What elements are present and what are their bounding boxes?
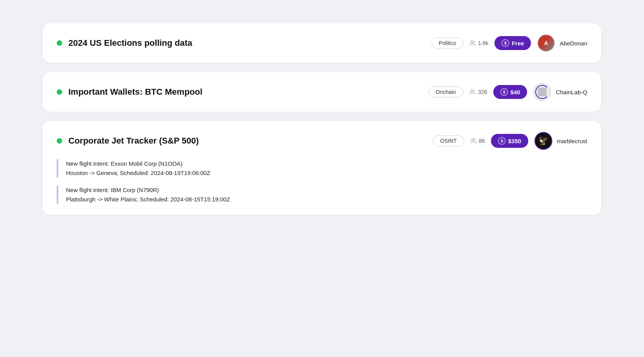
status-dot — [57, 40, 62, 46]
feed-title[interactable]: Corporate Jet Tracker (S&P 500) — [68, 136, 426, 146]
subscriber-number: 1.6k — [478, 40, 488, 46]
dollar-icon: $ — [498, 137, 506, 145]
dollar-icon: $ — [500, 88, 508, 96]
svg-point-2 — [472, 139, 473, 140]
subscriber-number: 326 — [478, 89, 487, 95]
price-label: $40 — [510, 89, 520, 95]
eagle-icon: 🦅 — [538, 136, 548, 146]
notification-item: New flight intent: IBM Corp (N790R) Plat… — [57, 185, 587, 204]
status-dot — [57, 138, 62, 144]
avatar: 🦅 — [534, 132, 552, 150]
notification-line2: Houston -> Geneva; Scheduled: 2024-08-19… — [66, 168, 211, 178]
tag-badge[interactable]: OSINT — [433, 135, 464, 146]
subscribers-count: 326 — [470, 89, 487, 95]
price-badge[interactable]: $ $40 — [493, 85, 527, 99]
card-header: 2024 US Elections polling data Politics … — [57, 34, 587, 52]
tag-badge[interactable]: Onchain — [428, 87, 463, 97]
dollar-icon: $ — [501, 39, 509, 47]
author-name: AbeDonan — [560, 40, 587, 47]
users-icon — [470, 138, 477, 144]
card-header: Corporate Jet Tracker (S&P 500) OSINT 86… — [57, 132, 587, 150]
notification-item: New flight intent: Exxon Mobil Corp (N1O… — [57, 159, 587, 178]
avatar — [533, 83, 551, 101]
notification-content: New flight intent: Exxon Mobil Corp (N1O… — [66, 159, 211, 178]
notification-bar — [57, 185, 58, 204]
tag-badge[interactable]: Politics — [432, 38, 463, 49]
price-label: Free — [512, 40, 524, 47]
users-icon — [470, 40, 476, 46]
author-info[interactable]: ChainLab-Q — [533, 83, 587, 101]
notification-line1: New flight intent: Exxon Mobil Corp (N1O… — [66, 159, 211, 168]
status-dot — [57, 89, 62, 95]
feed-card-elections: 2024 US Elections polling data Politics … — [43, 23, 601, 63]
feed-card-jet: Corporate Jet Tracker (S&P 500) OSINT 86… — [43, 121, 601, 215]
price-badge[interactable]: $ Free — [494, 36, 531, 50]
feed-title[interactable]: 2024 US Elections polling data — [68, 38, 425, 48]
svg-point-0 — [471, 41, 473, 43]
avatar: A — [537, 34, 555, 52]
price-badge[interactable]: $ $350 — [491, 134, 528, 148]
author-info[interactable]: 🦅 marblecrust — [534, 132, 587, 150]
notification-bar — [57, 159, 58, 178]
notification-line2: Plattsburgh -> White Plains; Scheduled: … — [66, 195, 230, 204]
svg-point-1 — [471, 90, 473, 92]
feed-title[interactable]: Important Wallets: BTC Mempool — [68, 87, 422, 97]
author-name: marblecrust — [557, 138, 587, 144]
price-label: $350 — [508, 138, 521, 144]
notification-line1: New flight intent: IBM Corp (N790R) — [66, 185, 230, 195]
card-header: Important Wallets: BTC Mempool Onchain 3… — [57, 83, 587, 101]
feed-card-btc: Important Wallets: BTC Mempool Onchain 3… — [43, 72, 601, 112]
notification-content: New flight intent: IBM Corp (N790R) Plat… — [66, 185, 230, 204]
subscribers-count: 86 — [470, 138, 485, 144]
users-icon — [470, 89, 476, 95]
notifications-list: New flight intent: Exxon Mobil Corp (N1O… — [57, 159, 587, 204]
subscribers-count: 1.6k — [470, 40, 488, 46]
author-info[interactable]: A AbeDonan — [537, 34, 587, 52]
subscriber-number: 86 — [479, 138, 485, 144]
author-name: ChainLab-Q — [556, 89, 587, 95]
